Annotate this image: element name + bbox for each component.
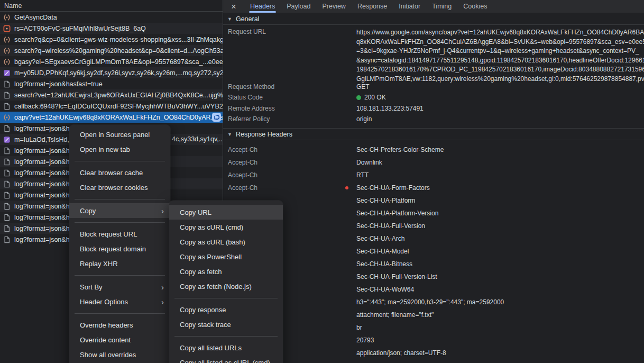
tab-preview[interactable]: Preview bbox=[316, 0, 351, 13]
menu-item-label: Copy response bbox=[180, 306, 226, 314]
menu-item-label: Clear browser cache bbox=[80, 169, 143, 177]
menu-item-header-options[interactable]: Header Options› bbox=[69, 294, 170, 309]
name-column-header[interactable]: Name bbox=[0, 0, 223, 12]
response-header-row: Accept-ChDownlink bbox=[223, 156, 644, 169]
header-value: 108.181.133.223:57491 bbox=[356, 105, 644, 112]
document-icon bbox=[3, 169, 11, 177]
general-row: Request MethodGET bbox=[223, 81, 644, 92]
tab-headers[interactable]: Headers bbox=[244, 0, 281, 13]
menu-separator bbox=[75, 275, 165, 276]
network-request-row[interactable]: GetAsyncData bbox=[0, 12, 223, 23]
header-value: RTT bbox=[356, 171, 644, 179]
header-value: 200 OK bbox=[356, 94, 644, 101]
script-purple-icon bbox=[3, 69, 11, 77]
open-override-icon[interactable] bbox=[212, 113, 221, 122]
request-name: search?q=wireless%20gaming%20headset&cp=… bbox=[14, 47, 223, 55]
document-icon bbox=[3, 203, 11, 210]
response-header-row: attachment; filename="f.txt" bbox=[223, 308, 644, 321]
menu-item-clear-browser-cookies[interactable]: Clear browser cookies bbox=[69, 180, 170, 195]
request-name: log?format=json&ha bbox=[14, 158, 73, 166]
menu-item-label: Open in Sources panel bbox=[80, 131, 150, 139]
menu-item-sort-by[interactable]: Sort By› bbox=[69, 279, 170, 294]
menu-item-copy[interactable]: Copy› bbox=[69, 203, 170, 218]
script-purple-icon bbox=[3, 136, 11, 143]
header-value: Sec-CH-Prefers-Color-Scheme bbox=[356, 146, 644, 153]
menu-item-open-in-new-tab[interactable]: Open in new tab bbox=[69, 142, 170, 157]
document-icon bbox=[3, 158, 11, 166]
request-name: callback:6948?fc=EqIDCuICQUxrdF92SFMycjh… bbox=[14, 103, 223, 110]
menu-item-label: Clear browser cookies bbox=[80, 184, 148, 192]
response-header-row: 20793 bbox=[223, 334, 644, 347]
tab-payload[interactable]: Payload bbox=[281, 0, 316, 13]
fetch-icon bbox=[3, 14, 11, 21]
header-label: Status Code bbox=[223, 94, 356, 101]
menu-item-label: Copy as cURL (bash) bbox=[180, 238, 245, 246]
menu-item-copy-as-curl-cmd[interactable]: Copy as cURL (cmd) bbox=[169, 220, 283, 234]
menu-item-show-all-overrides[interactable]: Show all overrides bbox=[69, 347, 170, 362]
document-icon bbox=[3, 103, 11, 110]
menu-item-copy-as-fetch-node-js[interactable]: Copy as fetch (Node.js) bbox=[169, 279, 283, 294]
network-request-row[interactable]: bgasy?ei=SEgxaevsCrGgiLMPmOmT8AE&opi=955… bbox=[0, 56, 223, 67]
network-request-row[interactable]: log?format=json&hasfast=true bbox=[0, 78, 223, 89]
menu-separator bbox=[75, 222, 165, 223]
menu-item-label: Copy all listed as cURL (cmd) bbox=[180, 359, 270, 363]
menu-separator bbox=[174, 336, 278, 337]
response-header-row: Sec-CH-UA-WoW64 bbox=[223, 283, 644, 296]
menu-item-label: Copy URL bbox=[180, 208, 211, 216]
general-section-title: General bbox=[236, 15, 259, 23]
menu-item-copy-as-fetch[interactable]: Copy as fetch bbox=[169, 264, 283, 279]
network-request-row[interactable]: oapv?vet=12ahUKEwjv68q8xKORAxWaLFkFHZn_O… bbox=[0, 112, 223, 123]
general-row: Request URLhttps://www.google.com/async/… bbox=[223, 28, 644, 85]
header-label: Request URL bbox=[223, 28, 356, 35]
tab-cookies[interactable]: Cookies bbox=[457, 0, 493, 13]
header-label: Accept-Ch bbox=[223, 159, 356, 166]
network-request-row[interactable]: rs=ACT90oFvC-suFMqiVihl8wUrSejt8B_6aQ bbox=[0, 23, 223, 34]
document-icon bbox=[3, 180, 11, 188]
network-request-row[interactable]: search?q&cp=0&client=gws-wiz-modeless-sh… bbox=[0, 34, 223, 45]
response-header-row: Sec-CH-UA-Model bbox=[223, 245, 644, 258]
menu-item-label: Sort By bbox=[80, 283, 103, 291]
menu-item-open-in-sources-panel[interactable]: Open in Sources panel bbox=[69, 127, 170, 142]
menu-item-copy-as-curl-bash[interactable]: Copy as cURL (bash) bbox=[169, 234, 283, 249]
devtools-network-panel: Name GetAsyncDatars=ACT90oFvC-suFMqiVihl… bbox=[0, 0, 644, 363]
menu-item-replay-xhr[interactable]: Replay XHR bbox=[69, 256, 170, 271]
tab-initiator[interactable]: Initiator bbox=[393, 0, 426, 13]
network-request-row[interactable]: callback:6948?fc=EqIDCuICQUxrdF92SFMycjh… bbox=[0, 101, 223, 112]
header-value: br bbox=[356, 324, 644, 331]
document-icon bbox=[3, 80, 11, 88]
request-name: bgasy?ei=SEgxaevsCrGgiLMPmOmT8AE&opi=955… bbox=[14, 58, 223, 66]
response-header-row: Sec-CH-UA-Bitness bbox=[223, 258, 644, 270]
menu-item-copy-url[interactable]: Copy URL bbox=[169, 205, 283, 220]
menu-item-copy-stack-trace[interactable]: Copy stack trace bbox=[169, 317, 283, 332]
request-name: m=IuLaOd,TsIsHd,syl bbox=[14, 136, 77, 143]
header-value: origin bbox=[356, 115, 644, 123]
close-icon[interactable]: × bbox=[227, 0, 240, 13]
menu-item-copy-all-listed-as-curl-cmd[interactable]: Copy all listed as cURL (cmd) bbox=[169, 355, 283, 363]
header-value: application/json; charset=UTF-8 bbox=[356, 349, 644, 357]
menu-item-copy-response[interactable]: Copy response bbox=[169, 302, 283, 317]
header-value: Sec-CH-UA-Form-Factors bbox=[356, 184, 644, 192]
request-name: log?format=json&ha bbox=[14, 125, 73, 132]
header-value: Sec-CH-UA-Model bbox=[356, 248, 644, 255]
request-name: oapv?vet=12ahUKEwjv68q8xKORAxWaLFkFHZn_O… bbox=[14, 114, 223, 121]
request-detail-pane: × HeadersPayloadPreviewResponseInitiator… bbox=[223, 0, 644, 363]
response-headers-section-header[interactable]: ▼ Response Headers bbox=[223, 128, 644, 140]
general-section-header[interactable]: ▼ General bbox=[223, 14, 644, 25]
submenu-arrow-icon: › bbox=[161, 298, 164, 306]
network-request-row[interactable]: search?q=wireless%20gaming%20headset&cp=… bbox=[0, 45, 223, 56]
menu-item-block-request-url[interactable]: Block request URL bbox=[69, 226, 170, 241]
response-header-row: Accept-ChSec-CH-Prefers-Color-Scheme bbox=[223, 143, 644, 156]
document-icon bbox=[3, 192, 11, 199]
menu-item-copy-all-listed-urls[interactable]: Copy all listed URLs bbox=[169, 340, 283, 355]
menu-item-copy-as-powershell[interactable]: Copy as PowerShell bbox=[169, 249, 283, 264]
tab-response[interactable]: Response bbox=[352, 0, 393, 13]
network-request-row[interactable]: m=y05UD,PPhKqf,sy6kj,sy2df,sy26l,syvz,sy… bbox=[0, 67, 223, 78]
header-value: GET bbox=[356, 83, 644, 90]
tab-timing[interactable]: Timing bbox=[426, 0, 457, 13]
request-name: GetAsyncData bbox=[14, 14, 57, 21]
menu-item-block-request-domain[interactable]: Block request domain bbox=[69, 241, 170, 256]
network-request-row[interactable]: search?vet=12ahUKEwjrsL3pw6ORAxUxEGIAHZj… bbox=[0, 89, 223, 101]
menu-item-clear-browser-cache[interactable]: Clear browser cache bbox=[69, 165, 170, 180]
menu-item-override-headers[interactable]: Override headers bbox=[69, 317, 170, 332]
menu-item-override-content[interactable]: Override content bbox=[69, 332, 170, 347]
